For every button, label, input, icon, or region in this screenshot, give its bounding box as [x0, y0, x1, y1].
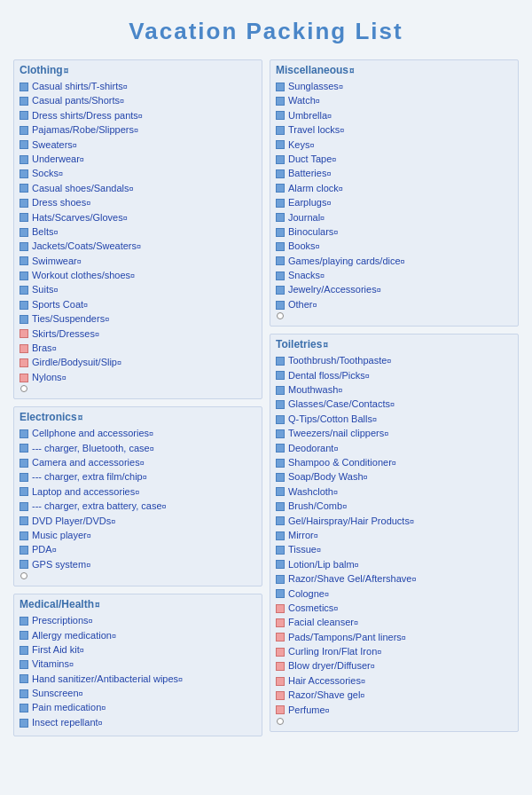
checkbox-icon[interactable] [276, 272, 285, 280]
list-item[interactable]: Camera and accessories [20, 456, 256, 469]
checkbox-icon[interactable] [20, 719, 28, 728]
list-item[interactable]: Bras [20, 342, 256, 355]
list-item[interactable]: Q-Tips/Cotton Balls [276, 413, 512, 426]
checkbox-icon[interactable] [276, 301, 285, 310]
checkbox-icon[interactable] [20, 531, 28, 540]
list-item[interactable]: Sports Coat [20, 298, 256, 311]
list-item[interactable]: Mirror [276, 529, 512, 542]
list-item[interactable]: Travel locks [276, 123, 512, 137]
list-item[interactable]: Prescriptions [20, 614, 256, 627]
list-item[interactable]: Cellphone and accessories [20, 427, 256, 440]
list-item[interactable]: Casual pants/Shorts [20, 94, 256, 107]
checkbox-icon[interactable] [20, 111, 28, 120]
list-item[interactable]: Allergy medication [20, 629, 256, 642]
checkbox-icon[interactable] [20, 140, 28, 149]
checkbox-icon[interactable] [20, 674, 28, 683]
checkbox-icon[interactable] [20, 516, 28, 525]
checkbox-icon[interactable] [276, 111, 285, 120]
list-item[interactable]: Workout clothes/shoes [20, 269, 256, 282]
checkbox-icon[interactable] [20, 228, 28, 237]
checkbox-icon[interactable] [20, 286, 28, 295]
list-item[interactable]: Deodorant [276, 442, 512, 455]
list-item[interactable]: Girdle/Bodysuit/Slip [20, 356, 256, 369]
list-item[interactable]: Casual shoes/Sandals [20, 182, 256, 195]
checkbox-icon[interactable] [276, 286, 285, 295]
list-item[interactable]: DVD Player/DVDs [20, 515, 256, 528]
checkbox-icon[interactable] [276, 473, 285, 482]
list-item[interactable]: Laptop and accessories [20, 485, 256, 499]
checkbox-icon[interactable] [276, 575, 285, 584]
list-item[interactable]: Batteries [276, 167, 512, 180]
checkbox-icon[interactable] [20, 560, 28, 569]
checkbox-icon[interactable] [20, 646, 28, 655]
checkbox-icon[interactable] [20, 242, 28, 251]
checkbox-icon[interactable] [20, 301, 28, 310]
checkbox-icon[interactable] [20, 184, 28, 193]
checkbox-icon[interactable] [20, 704, 28, 712]
list-item[interactable]: Sweaters [20, 138, 256, 152]
list-item[interactable]: Keys [276, 138, 512, 152]
checkbox-icon[interactable] [20, 213, 28, 222]
checkbox-icon[interactable] [20, 617, 28, 626]
list-item[interactable]: Music player [20, 529, 256, 542]
checkbox-icon[interactable] [276, 199, 285, 208]
list-item[interactable]: Hats/Scarves/Gloves [20, 211, 256, 224]
checkbox-icon[interactable] [276, 213, 285, 222]
checkbox-icon[interactable] [20, 631, 28, 640]
list-item[interactable]: Perfume [276, 704, 512, 717]
checkbox-icon[interactable] [276, 691, 285, 700]
checkbox-icon[interactable] [20, 660, 28, 669]
checkbox-icon[interactable] [20, 689, 28, 698]
checkbox-icon[interactable] [20, 473, 28, 482]
checkbox-icon[interactable] [276, 256, 285, 265]
list-item[interactable]: Earplugs [276, 196, 512, 209]
checkbox-icon[interactable] [276, 705, 285, 714]
list-item[interactable]: Snacks [276, 269, 512, 282]
checkbox-icon[interactable] [276, 83, 285, 91]
list-item[interactable]: Tweezers/nail clippers [276, 427, 512, 440]
list-item[interactable] [20, 385, 256, 392]
list-item[interactable]: Suits [20, 283, 256, 296]
list-item[interactable] [276, 312, 512, 319]
checkbox-icon[interactable] [276, 677, 285, 686]
checkbox-icon[interactable] [276, 487, 285, 496]
checkbox-icon[interactable] [20, 502, 28, 511]
list-item[interactable]: Cosmetics [276, 602, 512, 615]
list-item[interactable]: Pajamas/Robe/Slippers [20, 123, 256, 137]
checkbox-icon[interactable] [20, 315, 28, 324]
list-item[interactable]: Alarm clock [276, 182, 512, 195]
list-item[interactable]: PDA [20, 543, 256, 556]
list-item[interactable]: Sunglasses [276, 80, 512, 93]
list-item[interactable]: Dress shoes [20, 196, 256, 209]
list-item[interactable]: Curling Iron/Flat Iron [276, 645, 512, 658]
list-item[interactable]: Watch [276, 94, 512, 107]
checkbox-icon[interactable] [20, 83, 28, 91]
checkbox-icon[interactable] [276, 560, 285, 569]
list-item[interactable]: --- charger, Bluetooth, case [20, 442, 256, 455]
checkbox-icon[interactable] [20, 459, 28, 468]
list-item[interactable]: Hand sanitizer/Antibacterial wipes [20, 673, 256, 686]
list-item[interactable] [20, 572, 256, 579]
checkbox-icon[interactable] [276, 429, 285, 438]
list-item[interactable]: Razor/Shave Gel/Aftershave [276, 572, 512, 586]
checkbox-icon[interactable] [276, 546, 285, 555]
list-item[interactable]: Skirts/Dresses [20, 327, 256, 341]
list-item[interactable]: Ties/Suspenders [20, 312, 256, 326]
checkbox-icon[interactable] [276, 242, 285, 251]
list-item[interactable]: Casual shirts/T-shirts [20, 80, 256, 93]
checkbox-icon[interactable] [20, 126, 28, 135]
checkbox-icon[interactable] [20, 329, 28, 338]
checkbox-icon[interactable] [20, 97, 28, 106]
checkbox-icon[interactable] [20, 272, 28, 280]
checkbox-icon[interactable] [276, 516, 285, 525]
list-item[interactable]: Books [276, 240, 512, 253]
checkbox-icon[interactable] [276, 126, 285, 135]
checkbox-icon[interactable] [276, 140, 285, 149]
list-item[interactable]: Washcloth [276, 485, 512, 499]
checkbox-icon[interactable] [276, 155, 285, 164]
list-item[interactable]: Gel/Hairspray/Hair Products [276, 515, 512, 528]
checkbox-icon[interactable] [276, 633, 285, 642]
list-item[interactable]: Toothbrush/Toothpaste [276, 354, 512, 367]
list-item[interactable]: Pain medication [20, 701, 256, 714]
checkbox-icon[interactable] [20, 546, 28, 555]
